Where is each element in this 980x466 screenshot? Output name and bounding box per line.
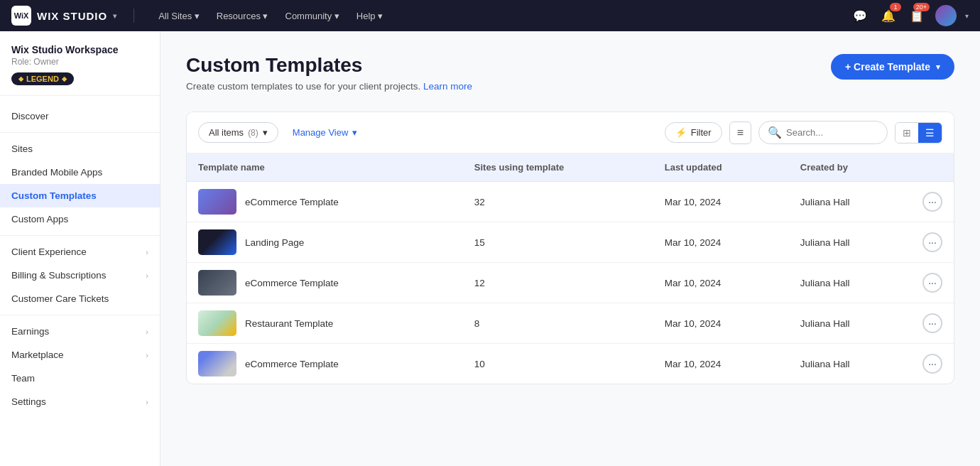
manage-view-button[interactable]: Manage View ▾	[285, 123, 365, 142]
cell-actions: ···	[911, 344, 954, 384]
chevron-right-icon: ›	[146, 248, 148, 256]
col-header-created: Created by	[789, 153, 911, 182]
search-input[interactable]	[786, 127, 878, 138]
top-navigation: WiX WIX STUDIO ▾ All Sites ▾ Resources ▾…	[0, 0, 980, 31]
dropdown-chevron-icon: ▾	[263, 127, 268, 138]
cell-actions: ···	[911, 182, 954, 222]
content-header: Custom Templates Create custom templates…	[186, 54, 954, 92]
page-title: Custom Templates	[186, 54, 472, 77]
avatar-chevron-icon[interactable]: ▾	[965, 12, 969, 20]
sidebar-item-billing[interactable]: Billing & Subscriptions ›	[0, 264, 160, 287]
template-thumbnail	[198, 270, 236, 296]
all-items-dropdown[interactable]: All items (8) ▾	[198, 122, 278, 143]
filter-icon: ⚡	[675, 127, 687, 138]
grid-view-button[interactable]: ⊞	[895, 123, 918, 143]
cell-last-updated: Mar 10, 2024	[653, 344, 789, 384]
cell-sites-count: 32	[463, 182, 653, 222]
chevron-right-icon: ›	[146, 398, 148, 406]
sidebar-item-custom-apps[interactable]: Custom Apps	[0, 207, 160, 231]
template-thumbnail	[198, 351, 236, 376]
wix-badge: WiX	[11, 6, 31, 26]
table-row: Landing Page 15 Mar 10, 2024 Juliana Hal…	[187, 222, 954, 263]
learn-more-link[interactable]: Learn more	[423, 81, 472, 92]
notification-badge: 1	[890, 3, 901, 11]
chevron-right-icon: ›	[146, 351, 148, 359]
cell-last-updated: Mar 10, 2024	[653, 263, 789, 303]
more-options-button[interactable]: ···	[922, 273, 942, 293]
template-thumbnail	[198, 189, 236, 215]
workspace-info: Wix Studio Workspace Role: Owner ◆ LEGEN…	[0, 31, 160, 96]
cell-last-updated: Mar 10, 2024	[653, 182, 789, 222]
nav-separator	[134, 9, 134, 23]
nav-resources[interactable]: Resources ▾	[209, 6, 276, 26]
template-thumbnail	[198, 229, 236, 255]
more-options-button[interactable]: ···	[922, 313, 942, 333]
chat-icon-button[interactable]: 💬	[850, 6, 870, 26]
table-toolbar: All items (8) ▾ Manage View ▾ ⚡ Filter ≡	[187, 112, 954, 153]
user-avatar[interactable]	[935, 5, 957, 26]
cell-sites-count: 8	[463, 303, 653, 344]
inbox-badge: 20+	[913, 3, 930, 11]
filter-button[interactable]: ⚡ Filter	[665, 122, 722, 143]
sidebar-item-tickets[interactable]: Customer Care Tickets	[0, 287, 160, 310]
manage-view-chevron-icon: ▾	[352, 127, 357, 138]
sidebar-divider-1	[0, 132, 160, 133]
table-header-row: Template name Sites using template Last …	[187, 153, 954, 182]
create-btn-chevron-icon: ▾	[936, 63, 940, 72]
nav-community[interactable]: Community ▾	[278, 6, 347, 26]
items-count: (8)	[248, 128, 258, 138]
sidebar-item-sites[interactable]: Sites	[0, 137, 160, 161]
sidebar-nav: Discover Sites Branded Mobile Apps Custo…	[0, 96, 160, 422]
sort-button[interactable]: ≡	[729, 121, 751, 144]
workspace-role: Role: Owner	[11, 57, 148, 67]
logo-chevron-icon[interactable]: ▾	[113, 12, 116, 20]
cell-template-name: Restaurant Template	[187, 303, 463, 344]
sidebar-item-custom-templates[interactable]: Custom Templates	[0, 184, 160, 207]
sort-icon: ≡	[737, 126, 744, 139]
wix-studio-logo[interactable]: WiX WIX STUDIO ▾	[11, 6, 116, 26]
nav-all-sites[interactable]: All Sites ▾	[151, 6, 207, 26]
col-header-sites: Sites using template	[463, 153, 653, 182]
sidebar-item-team[interactable]: Team	[0, 367, 160, 390]
sidebar-item-earnings[interactable]: Earnings ›	[0, 320, 160, 343]
main-content: Custom Templates Create custom templates…	[160, 31, 980, 466]
diamond-icon-right: ◆	[62, 75, 67, 82]
legend-label: LEGEND	[26, 75, 59, 83]
logo-text: WIX STUDIO	[37, 10, 107, 22]
templates-table: Template name Sites using template Last …	[187, 153, 954, 384]
templates-table-container: All items (8) ▾ Manage View ▾ ⚡ Filter ≡	[186, 112, 954, 384]
list-view-button[interactable]: ☰	[918, 123, 942, 143]
sidebar-item-branded-mobile[interactable]: Branded Mobile Apps	[0, 161, 160, 184]
notification-icon-button[interactable]: 🔔 1	[878, 6, 898, 26]
sidebar-item-marketplace[interactable]: Marketplace ›	[0, 343, 160, 367]
main-layout: Wix Studio Workspace Role: Owner ◆ LEGEN…	[0, 31, 980, 466]
cell-created-by: Juliana Hall	[789, 263, 911, 303]
cell-template-name: Landing Page	[187, 222, 463, 263]
sidebar: Wix Studio Workspace Role: Owner ◆ LEGEN…	[0, 31, 160, 466]
inbox-icon-button[interactable]: 📋 20+	[907, 6, 927, 26]
cell-created-by: Juliana Hall	[789, 344, 911, 384]
more-options-button[interactable]: ···	[922, 354, 942, 374]
filter-label: All items	[209, 127, 244, 138]
template-thumbnail	[198, 310, 236, 336]
table-row: eCommerce Template 32 Mar 10, 2024 Julia…	[187, 182, 954, 222]
legend-badge: ◆ LEGEND ◆	[11, 72, 74, 85]
table-row: eCommerce Template 10 Mar 10, 2024 Julia…	[187, 344, 954, 384]
nav-help[interactable]: Help ▾	[349, 6, 390, 26]
sidebar-item-discover[interactable]: Discover	[0, 104, 160, 128]
sidebar-item-settings[interactable]: Settings ›	[0, 390, 160, 413]
search-box[interactable]: 🔍	[758, 121, 888, 144]
more-options-button[interactable]: ···	[922, 192, 942, 212]
workspace-name: Wix Studio Workspace	[11, 44, 148, 55]
cell-created-by: Juliana Hall	[789, 182, 911, 222]
create-template-button[interactable]: + Create Template ▾	[831, 54, 954, 80]
col-header-name: Template name	[187, 153, 463, 182]
col-header-updated: Last updated	[653, 153, 789, 182]
chevron-right-icon: ›	[146, 327, 148, 336]
cell-created-by: Juliana Hall	[789, 303, 911, 344]
cell-sites-count: 12	[463, 263, 653, 303]
sidebar-item-client-experience[interactable]: Client Experience ›	[0, 240, 160, 264]
nav-links: All Sites ▾ Resources ▾ Community ▾ Help…	[151, 6, 833, 26]
cell-template-name: eCommerce Template	[187, 263, 463, 303]
more-options-button[interactable]: ···	[922, 232, 942, 252]
